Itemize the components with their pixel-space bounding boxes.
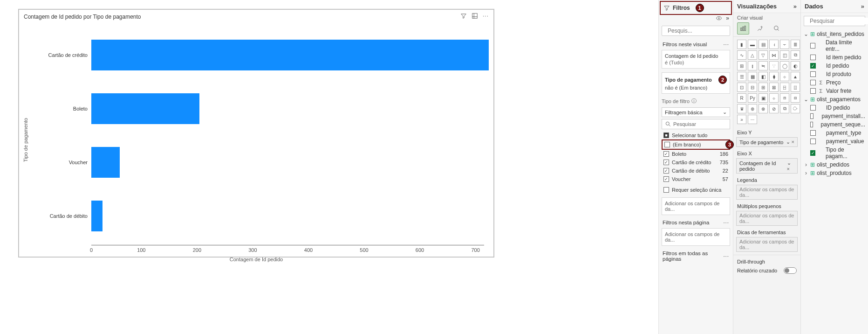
viz-type-icon[interactable]: ⟐ xyxy=(769,93,779,103)
viz-type-icon[interactable]: ⌸ xyxy=(780,83,789,92)
viz-type-icon[interactable]: ◫ xyxy=(780,50,789,60)
collapse-icon[interactable]: » xyxy=(793,3,797,10)
field-row[interactable]: Tipo de pagam... xyxy=(809,146,866,160)
viz-type-icon[interactable]: » xyxy=(737,115,746,124)
filter-option[interactable]: (Em branco)3 xyxy=(662,139,730,150)
field-row[interactable]: ID pedido xyxy=(809,104,866,112)
checkbox-icon[interactable] xyxy=(663,168,669,174)
filter-type-dropdown[interactable]: Filtragem básica ⌄ xyxy=(662,107,730,117)
viz-type-icon[interactable]: ▤ xyxy=(759,40,768,49)
viz-type-icon[interactable]: ⊘ xyxy=(769,104,779,113)
field-checkbox[interactable] xyxy=(810,88,816,94)
viz-type-icon[interactable]: △ xyxy=(748,50,757,60)
data-search[interactable] xyxy=(804,16,865,26)
viz-type-icon[interactable]: ∿ xyxy=(737,50,746,60)
viz-type-icon[interactable]: ⧆ xyxy=(780,93,789,103)
viz-type-icon[interactable]: Py xyxy=(748,93,757,103)
viz-type-icon[interactable]: ⊕ xyxy=(748,104,757,113)
viz-type-icon[interactable]: ▲ xyxy=(791,72,800,81)
checkbox-icon[interactable] xyxy=(663,160,669,165)
chevron-right-icon[interactable]: › xyxy=(804,170,808,176)
viz-type-icon[interactable]: ◐ xyxy=(791,61,800,70)
field-row[interactable]: payment_value xyxy=(809,137,866,146)
viz-type-icon[interactable]: ▬ xyxy=(748,40,757,49)
field-checkbox[interactable] xyxy=(810,55,816,60)
info-icon[interactable]: ⓘ xyxy=(691,97,697,104)
viz-type-icon[interactable]: R xyxy=(737,93,746,103)
field-row[interactable]: ΣPreço xyxy=(809,78,866,87)
remove-icon[interactable]: × xyxy=(792,139,794,145)
bar-fill[interactable] xyxy=(91,93,199,124)
viz-type-icon[interactable]: ⧉ xyxy=(780,104,789,113)
eye-icon[interactable] xyxy=(716,15,722,23)
filters-search-input[interactable] xyxy=(668,28,738,34)
viz-type-icon[interactable]: ♛ xyxy=(737,104,746,113)
viz-type-icon[interactable]: ⊞ xyxy=(737,61,746,70)
more-options-icon[interactable]: ··· xyxy=(483,13,489,21)
viz-type-icon[interactable]: ··· xyxy=(748,115,757,124)
viz-type-icon[interactable]: ⫿ xyxy=(748,61,757,70)
viz-type-icon[interactable]: ◯ xyxy=(780,61,789,70)
format-visual-tab[interactable] xyxy=(754,22,766,35)
field-checkbox[interactable] xyxy=(810,63,816,69)
viz-type-icon[interactable]: ⊠ xyxy=(769,83,779,92)
viz-type-icon[interactable]: ∵ xyxy=(769,61,779,70)
chevron-down-icon[interactable]: ⌄ xyxy=(804,31,808,37)
analytics-tab[interactable] xyxy=(771,22,783,35)
require-single-row[interactable]: Requer seleção única xyxy=(659,184,733,195)
chevron-down-icon[interactable]: ⌄ xyxy=(804,96,808,103)
viz-type-icon[interactable]: ⟐ xyxy=(780,72,789,81)
field-checkbox[interactable] xyxy=(810,130,816,136)
bar-fill[interactable] xyxy=(91,147,120,178)
more-icon[interactable]: ··· xyxy=(723,42,729,47)
viz-type-icon[interactable]: ▽ xyxy=(759,50,768,60)
checkbox-icon[interactable] xyxy=(663,176,669,182)
viz-type-icon[interactable]: ⫟ xyxy=(780,40,789,49)
viz-type-icon[interactable]: ⊞ xyxy=(759,83,768,92)
field-checkbox[interactable] xyxy=(810,80,816,85)
viz-type-icon[interactable]: ⊟ xyxy=(748,83,757,92)
bar-row[interactable]: Cartão de débito xyxy=(91,200,489,232)
field-row[interactable]: Id produto xyxy=(809,70,866,78)
field-row[interactable]: Id item pedido xyxy=(809,53,866,62)
more-icon[interactable]: ··· xyxy=(723,253,729,259)
build-visual-tab[interactable] xyxy=(737,22,749,35)
filter-option[interactable]: Cartão de crédito735 xyxy=(662,158,730,167)
checkbox-icon[interactable] xyxy=(664,142,670,147)
field-checkbox[interactable] xyxy=(810,113,813,119)
viz-type-icon[interactable]: ▦ xyxy=(748,72,757,81)
cross-report-toggle[interactable] xyxy=(784,267,797,274)
viz-type-icon[interactable]: ⧫ xyxy=(769,72,779,81)
add-fields-visual[interactable]: Adicionar os campos de da... xyxy=(662,197,730,215)
checkbox-icon[interactable] xyxy=(663,151,669,157)
viz-type-icon[interactable]: ⊗ xyxy=(759,104,768,113)
field-row[interactable]: payment_install... xyxy=(809,112,866,120)
checkbox-icon[interactable] xyxy=(663,187,669,193)
more-icon[interactable]: ··· xyxy=(723,220,729,225)
filter-option[interactable]: Voucher57 xyxy=(662,175,730,183)
add-fields-page[interactable]: Adicionar os campos de da... xyxy=(662,228,730,246)
filters-search[interactable] xyxy=(662,26,730,36)
field-row[interactable]: payment_seque... xyxy=(809,120,866,129)
table-node[interactable]: ›⊞olist_produtos xyxy=(803,169,866,177)
filter-icon[interactable] xyxy=(460,13,467,21)
field-checkbox[interactable] xyxy=(810,105,816,111)
viz-type-icon[interactable]: ◧ xyxy=(759,72,768,81)
filter-value-search[interactable]: Pesquisar xyxy=(662,119,730,129)
well-legend[interactable]: Adicionar os campos de da... xyxy=(736,185,798,200)
select-all-row[interactable]: ■Selecionar tudo xyxy=(662,131,730,139)
table-node[interactable]: ⌄⊞olist_itens_pedidos xyxy=(803,30,866,38)
viz-type-icon[interactable]: ⫞ xyxy=(769,40,779,49)
well-small[interactable]: Adicionar os campos de da... xyxy=(736,211,798,226)
data-search-input[interactable] xyxy=(810,18,868,24)
collapse-icon[interactable]: » xyxy=(726,15,729,23)
table-node[interactable]: ⌄⊞olist_pagamentos xyxy=(803,95,866,104)
chart-visual[interactable]: Contagem de Id pedido por Tipo de pagame… xyxy=(19,9,494,257)
well-y[interactable]: Tipo de pagamento⌄ × xyxy=(736,137,798,147)
field-checkbox[interactable] xyxy=(810,43,815,49)
viz-type-icon[interactable]: ⋈ xyxy=(769,50,779,60)
bar-fill[interactable] xyxy=(91,40,489,70)
filter-card-tipo[interactable]: Tipo de pagamento 2 não é (Em branco) xyxy=(662,72,730,94)
viz-type-icon[interactable]: ⊡ xyxy=(737,83,746,92)
viz-type-icon[interactable]: ⧉ xyxy=(791,50,800,60)
